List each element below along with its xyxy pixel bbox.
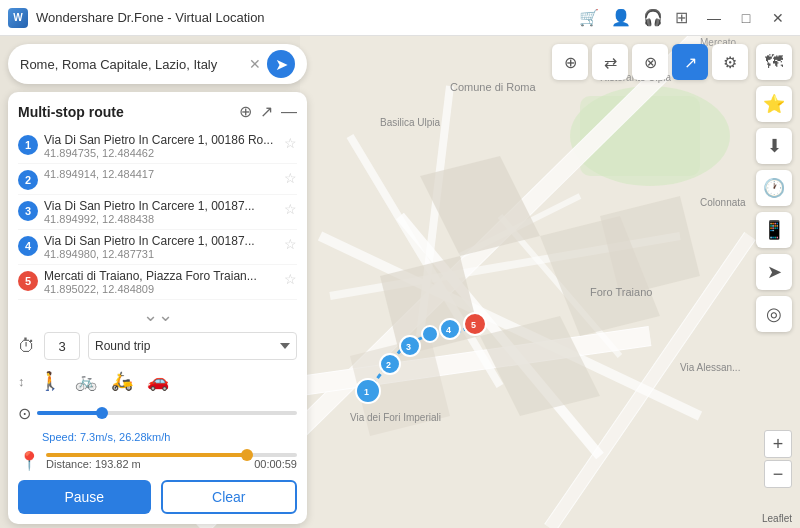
- search-bar: Rome, Roma Capitale, Lazio, Italy ✕ ➤: [8, 44, 307, 84]
- svg-text:Via dei Fori Imperiali: Via dei Fori Imperiali: [350, 412, 441, 423]
- download-button[interactable]: ⬇: [756, 128, 792, 164]
- close-button[interactable]: ✕: [764, 4, 792, 32]
- top-tool-2[interactable]: ⇄: [592, 44, 628, 80]
- user-icon[interactable]: 👤: [611, 8, 631, 27]
- star-button[interactable]: ⭐: [756, 86, 792, 122]
- zoom-out-button[interactable]: −: [764, 460, 792, 488]
- trip-count-input[interactable]: [44, 332, 80, 360]
- route-item-1: 1 Via Di San Pietro In Carcere 1, 00186 …: [18, 129, 297, 164]
- headset-icon[interactable]: 🎧: [643, 8, 663, 27]
- route-panel: Multi-stop route ⊕ ↗ — 1 Via Di San Piet…: [8, 92, 307, 524]
- action-buttons: Pause Clear: [18, 480, 297, 514]
- timer-icon: ⏱: [18, 336, 36, 357]
- route-addr-4: Via Di San Pietro In Carcere 1, 00187...…: [44, 234, 278, 260]
- controls-section: ⏱ Round trip One way Loop ↕ 🚶 🚲 🛵 🚗: [18, 332, 297, 514]
- top-tool-settings[interactable]: ⚙: [712, 44, 748, 80]
- svg-text:Foro Traiano: Foro Traiano: [590, 286, 652, 298]
- route-coords-2: 41.894914, 12.484417: [44, 168, 278, 180]
- pause-button[interactable]: Pause: [18, 480, 151, 514]
- route-addr-1: Via Di San Pietro In Carcere 1, 00186 Ro…: [44, 133, 278, 159]
- trip-type-select[interactable]: Round trip One way Loop: [88, 332, 297, 360]
- search-clear-icon[interactable]: ✕: [249, 56, 261, 72]
- route-coords-5: 41.895022, 12.484809: [44, 283, 278, 295]
- minimize-button[interactable]: —: [700, 4, 728, 32]
- clear-button[interactable]: Clear: [161, 480, 298, 514]
- app-icon: W: [8, 8, 28, 28]
- trip-row: ⏱ Round trip One way Loop: [18, 332, 297, 360]
- maps-icon-button[interactable]: 🗺: [756, 44, 792, 80]
- route-star-1[interactable]: ☆: [284, 135, 297, 151]
- speed-text: Speed: 7.3m/s, 26.28km/h: [42, 431, 170, 443]
- chevron-down[interactable]: ⌄⌄: [18, 304, 297, 326]
- panel-header-icons: ⊕ ↗ —: [239, 102, 297, 121]
- left-panel: Rome, Roma Capitale, Lazio, Italy ✕ ➤ Mu…: [0, 36, 315, 528]
- svg-text:Basilica Ulpia: Basilica Ulpia: [380, 117, 440, 128]
- route-item-5: 5 Mercati di Traiano, Piazza Foro Traian…: [18, 265, 297, 300]
- distance-icon: 📍: [18, 450, 40, 472]
- phone-button[interactable]: 📱: [756, 212, 792, 248]
- svg-text:2: 2: [386, 360, 391, 370]
- zoom-controls: + −: [764, 430, 792, 488]
- search-go-button[interactable]: ➤: [267, 50, 295, 78]
- panel-title: Multi-stop route: [18, 104, 124, 120]
- route-star-4[interactable]: ☆: [284, 236, 297, 252]
- route-addr-text-4: Via Di San Pietro In Carcere 1, 00187...: [44, 234, 278, 248]
- route-addr-text-5: Mercati di Traiano, Piazza Foro Traian..…: [44, 269, 278, 283]
- route-star-3[interactable]: ☆: [284, 201, 297, 217]
- distance-text: Distance: 193.82 m: [46, 458, 141, 470]
- walk-icon[interactable]: 🚶: [39, 370, 61, 392]
- route-star-5[interactable]: ☆: [284, 271, 297, 287]
- window-controls: — □ ✕: [700, 4, 792, 32]
- top-right-toolbar: ⊕ ⇄ ⊗ ↗ ⚙: [552, 44, 748, 80]
- export-icon[interactable]: ↗: [260, 102, 273, 121]
- svg-text:1: 1: [364, 387, 369, 397]
- speed-icon: ⊙: [18, 404, 31, 423]
- search-value: Rome, Roma Capitale, Lazio, Italy: [20, 57, 249, 72]
- route-num-4: 4: [18, 236, 38, 256]
- svg-text:5: 5: [471, 320, 476, 330]
- svg-text:Via Alessan...: Via Alessan...: [680, 362, 740, 373]
- distance-slider-container[interactable]: Distance: 193.82 m 00:00:59: [46, 453, 297, 470]
- route-list: 1 Via Di San Pietro In Carcere 1, 00186 …: [18, 129, 297, 300]
- route-num-1: 1: [18, 135, 38, 155]
- route-addr-2: 41.894914, 12.484417: [44, 168, 278, 180]
- route-addr-text-3: Via Di San Pietro In Carcere 1, 00187...: [44, 199, 278, 213]
- collapse-icon[interactable]: —: [281, 103, 297, 121]
- svg-text:4: 4: [446, 325, 451, 335]
- cart-icon[interactable]: 🛒: [579, 8, 599, 27]
- leaflet-badge: Leaflet: [762, 513, 792, 524]
- add-route-icon[interactable]: ⊕: [239, 102, 252, 121]
- route-star-2[interactable]: ☆: [284, 170, 297, 186]
- top-tool-3[interactable]: ⊗: [632, 44, 668, 80]
- top-tool-1[interactable]: ⊕: [552, 44, 588, 80]
- grid-icon[interactable]: ⊞: [675, 8, 688, 27]
- svg-point-37: [422, 326, 438, 342]
- speed-slider-row: ⊙: [18, 404, 297, 423]
- bike-icon[interactable]: 🚲: [75, 370, 97, 392]
- top-tool-route[interactable]: ↗: [672, 44, 708, 80]
- route-num-5: 5: [18, 271, 38, 291]
- time-text: 00:00:59: [254, 458, 297, 470]
- route-addr-5: Mercati di Traiano, Piazza Foro Traian..…: [44, 269, 278, 295]
- navigate-button[interactable]: ➤: [756, 254, 792, 290]
- transport-row: ↕ 🚶 🚲 🛵 🚗: [18, 366, 297, 396]
- route-addr-text-1: Via Di San Pietro In Carcere 1, 00186 Ro…: [44, 133, 278, 147]
- car-icon[interactable]: 🚗: [147, 370, 169, 392]
- target-button[interactable]: ◎: [756, 296, 792, 332]
- speed-slider[interactable]: [37, 411, 297, 417]
- scooter-icon[interactable]: 🛵: [111, 370, 133, 392]
- history-button[interactable]: 🕐: [756, 170, 792, 206]
- route-item-4: 4 Via Di San Pietro In Carcere 1, 00187.…: [18, 230, 297, 265]
- route-num-2: 2: [18, 170, 38, 190]
- distance-row: 📍 Distance: 193.82 m 00:00:59: [18, 450, 297, 472]
- zoom-in-button[interactable]: +: [764, 430, 792, 458]
- route-coords-4: 41.894980, 12.487731: [44, 248, 278, 260]
- route-num-3: 3: [18, 201, 38, 221]
- maximize-button[interactable]: □: [732, 4, 760, 32]
- app-title: Wondershare Dr.Fone - Virtual Location: [36, 10, 579, 25]
- title-icons: 🛒 👤 🎧 ⊞: [579, 8, 688, 27]
- route-coords-3: 41.894992, 12.488438: [44, 213, 278, 225]
- main-area: Comune di Roma Basilica Ulpia Ristorante…: [0, 36, 800, 528]
- right-toolbar: 🗺 ⭐ ⬇ 🕐 📱 ➤ ◎: [756, 44, 792, 332]
- route-addr-3: Via Di San Pietro In Carcere 1, 00187...…: [44, 199, 278, 225]
